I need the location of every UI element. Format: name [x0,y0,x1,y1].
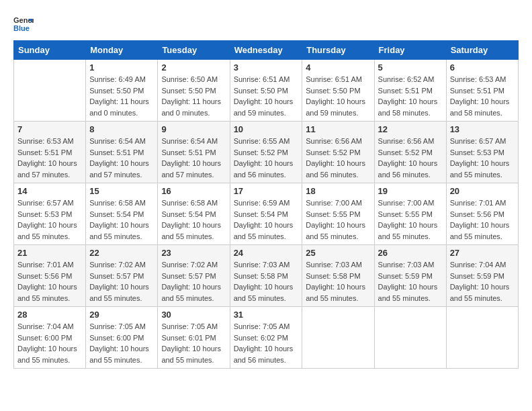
calendar-cell: 2Sunrise: 6:50 AM Sunset: 5:50 PM Daylig… [158,60,230,122]
calendar-cell [446,307,518,369]
day-number: 31 [234,310,299,320]
day-info: Sunrise: 6:51 AM Sunset: 5:50 PM Dayligh… [306,74,370,118]
day-number: 16 [161,186,226,196]
day-info: Sunrise: 6:59 AM Sunset: 5:54 PM Dayligh… [234,197,299,242]
day-info: Sunrise: 6:57 AM Sunset: 5:53 PM Dayligh… [450,136,515,180]
day-number: 7 [17,124,82,134]
calendar-cell: 31Sunrise: 7:05 AM Sunset: 6:02 PM Dayli… [230,307,302,369]
calendar-cell: 9Sunrise: 6:54 AM Sunset: 5:51 PM Daylig… [158,122,230,183]
day-info: Sunrise: 7:03 AM Sunset: 5:58 PM Dayligh… [306,259,370,304]
calendar-cell: 18Sunrise: 7:00 AM Sunset: 5:55 PM Dayli… [302,183,374,245]
day-info: Sunrise: 6:52 AM Sunset: 5:51 PM Dayligh… [378,74,443,118]
weekday-header-cell: Friday [374,41,446,60]
day-number: 23 [161,248,226,258]
day-number: 29 [89,310,154,320]
day-info: Sunrise: 7:03 AM Sunset: 5:58 PM Dayligh… [234,259,299,304]
day-info: Sunrise: 7:05 AM Sunset: 6:02 PM Dayligh… [234,321,299,365]
weekday-header-cell: Saturday [446,41,518,60]
day-number: 4 [306,62,370,73]
weekday-header-cell: Tuesday [158,41,230,60]
page-header: General Blue [13,13,519,34]
day-number: 24 [234,248,299,258]
calendar-cell: 11Sunrise: 6:56 AM Sunset: 5:52 PM Dayli… [302,122,374,183]
day-info: Sunrise: 7:00 AM Sunset: 5:55 PM Dayligh… [378,197,443,242]
day-info: Sunrise: 7:03 AM Sunset: 5:59 PM Dayligh… [378,259,443,304]
day-number: 3 [234,62,299,73]
day-number: 5 [378,62,443,73]
day-info: Sunrise: 6:50 AM Sunset: 5:50 PM Dayligh… [161,74,226,118]
calendar-cell: 6Sunrise: 6:53 AM Sunset: 5:51 PM Daylig… [446,60,518,122]
day-number: 19 [378,186,443,196]
day-number: 17 [234,186,299,196]
day-number: 14 [17,186,82,196]
calendar-cell: 26Sunrise: 7:03 AM Sunset: 5:59 PM Dayli… [374,245,446,307]
calendar-cell: 15Sunrise: 6:58 AM Sunset: 5:54 PM Dayli… [86,183,158,245]
day-info: Sunrise: 6:49 AM Sunset: 5:50 PM Dayligh… [89,74,154,118]
day-info: Sunrise: 7:05 AM Sunset: 6:01 PM Dayligh… [161,321,226,365]
calendar-cell: 30Sunrise: 7:05 AM Sunset: 6:01 PM Dayli… [158,307,230,369]
calendar-week-row: 14Sunrise: 6:57 AM Sunset: 5:53 PM Dayli… [14,183,519,245]
calendar-cell: 27Sunrise: 7:04 AM Sunset: 5:59 PM Dayli… [446,245,518,307]
calendar-cell: 1Sunrise: 6:49 AM Sunset: 5:50 PM Daylig… [86,60,158,122]
day-number: 25 [306,248,370,258]
calendar-cell: 10Sunrise: 6:55 AM Sunset: 5:52 PM Dayli… [230,122,302,183]
day-number: 18 [306,186,370,196]
calendar-cell: 7Sunrise: 6:53 AM Sunset: 5:51 PM Daylig… [14,122,86,183]
calendar-body: 1Sunrise: 6:49 AM Sunset: 5:50 PM Daylig… [14,60,519,369]
calendar-cell: 17Sunrise: 6:59 AM Sunset: 5:54 PM Dayli… [230,183,302,245]
day-info: Sunrise: 7:05 AM Sunset: 6:00 PM Dayligh… [89,321,154,365]
day-info: Sunrise: 6:56 AM Sunset: 5:52 PM Dayligh… [378,136,443,180]
day-number: 8 [89,124,154,134]
calendar-cell: 24Sunrise: 7:03 AM Sunset: 5:58 PM Dayli… [230,245,302,307]
calendar-cell: 19Sunrise: 7:00 AM Sunset: 5:55 PM Dayli… [374,183,446,245]
day-number: 22 [89,248,154,258]
day-number: 6 [450,62,515,73]
day-number: 11 [306,124,370,134]
day-info: Sunrise: 6:56 AM Sunset: 5:52 PM Dayligh… [306,136,370,180]
day-info: Sunrise: 6:53 AM Sunset: 5:51 PM Dayligh… [17,136,82,180]
day-number: 10 [234,124,299,134]
calendar-cell [374,307,446,369]
day-info: Sunrise: 6:51 AM Sunset: 5:50 PM Dayligh… [234,74,299,118]
day-info: Sunrise: 6:58 AM Sunset: 5:54 PM Dayligh… [89,197,154,242]
calendar-week-row: 28Sunrise: 7:04 AM Sunset: 6:00 PM Dayli… [14,307,519,369]
day-info: Sunrise: 7:01 AM Sunset: 5:56 PM Dayligh… [17,259,82,304]
day-number: 2 [161,62,226,73]
calendar-week-row: 1Sunrise: 6:49 AM Sunset: 5:50 PM Daylig… [14,60,519,122]
logo-icon: General Blue [13,13,34,34]
day-number: 26 [378,248,443,258]
day-info: Sunrise: 7:01 AM Sunset: 5:56 PM Dayligh… [450,197,515,242]
calendar-table: SundayMondayTuesdayWednesdayThursdayFrid… [13,40,519,369]
calendar-cell: 20Sunrise: 7:01 AM Sunset: 5:56 PM Dayli… [446,183,518,245]
calendar-cell [302,307,374,369]
day-number: 27 [450,248,515,258]
day-number: 28 [17,310,82,320]
calendar-cell: 22Sunrise: 7:02 AM Sunset: 5:57 PM Dayli… [86,245,158,307]
calendar-cell: 13Sunrise: 6:57 AM Sunset: 5:53 PM Dayli… [446,122,518,183]
day-info: Sunrise: 7:04 AM Sunset: 5:59 PM Dayligh… [450,259,515,304]
calendar-week-row: 7Sunrise: 6:53 AM Sunset: 5:51 PM Daylig… [14,122,519,183]
calendar-cell: 3Sunrise: 6:51 AM Sunset: 5:50 PM Daylig… [230,60,302,122]
weekday-header-cell: Sunday [14,41,86,60]
calendar-cell: 29Sunrise: 7:05 AM Sunset: 6:00 PM Dayli… [86,307,158,369]
day-info: Sunrise: 7:02 AM Sunset: 5:57 PM Dayligh… [89,259,154,304]
day-number: 20 [450,186,515,196]
calendar-week-row: 21Sunrise: 7:01 AM Sunset: 5:56 PM Dayli… [14,245,519,307]
weekday-header-cell: Monday [86,41,158,60]
svg-text:Blue: Blue [13,24,30,32]
day-number: 30 [161,310,226,320]
day-info: Sunrise: 6:58 AM Sunset: 5:54 PM Dayligh… [161,197,226,242]
day-number: 12 [378,124,443,134]
calendar-cell: 25Sunrise: 7:03 AM Sunset: 5:58 PM Dayli… [302,245,374,307]
day-info: Sunrise: 6:53 AM Sunset: 5:51 PM Dayligh… [450,74,515,118]
day-info: Sunrise: 6:54 AM Sunset: 5:51 PM Dayligh… [161,136,226,180]
day-info: Sunrise: 6:57 AM Sunset: 5:53 PM Dayligh… [17,197,82,242]
calendar-cell: 16Sunrise: 6:58 AM Sunset: 5:54 PM Dayli… [158,183,230,245]
day-info: Sunrise: 7:02 AM Sunset: 5:57 PM Dayligh… [161,259,226,304]
day-info: Sunrise: 6:55 AM Sunset: 5:52 PM Dayligh… [234,136,299,180]
calendar-cell: 21Sunrise: 7:01 AM Sunset: 5:56 PM Dayli… [14,245,86,307]
day-info: Sunrise: 7:00 AM Sunset: 5:55 PM Dayligh… [306,197,370,242]
day-number: 21 [17,248,82,258]
logo: General Blue [13,13,35,34]
day-number: 15 [89,186,154,196]
